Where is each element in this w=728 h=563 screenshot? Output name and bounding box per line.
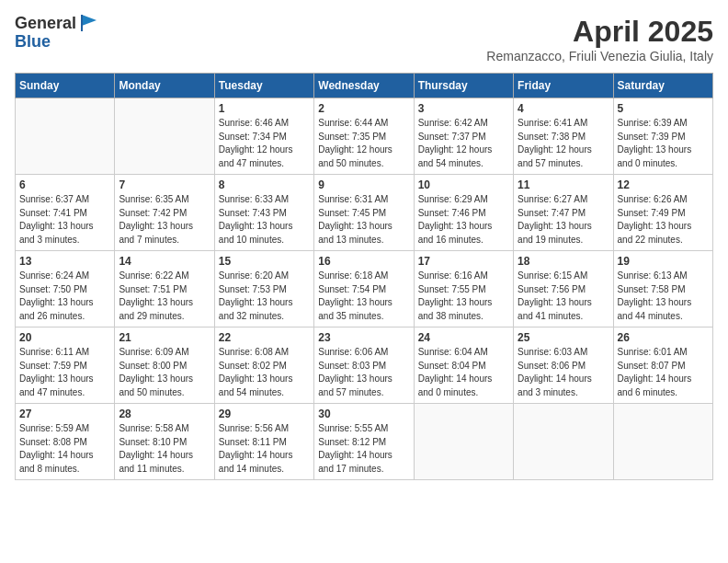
calendar-cell xyxy=(115,98,214,175)
calendar-cell: 24Sunrise: 6:04 AM Sunset: 8:04 PM Dayli… xyxy=(414,327,513,404)
week-row-3: 13Sunrise: 6:24 AM Sunset: 7:50 PM Dayli… xyxy=(16,251,713,327)
day-number: 20 xyxy=(19,331,110,344)
day-number: 3 xyxy=(418,102,509,115)
calendar-cell: 26Sunrise: 6:01 AM Sunset: 8:07 PM Dayli… xyxy=(613,327,712,404)
calendar-cell: 18Sunrise: 6:15 AM Sunset: 7:56 PM Dayli… xyxy=(514,251,613,327)
calendar-cell: 16Sunrise: 6:18 AM Sunset: 7:54 PM Dayli… xyxy=(314,251,414,327)
weekday-header-row: SundayMondayTuesdayWednesdayThursdayFrid… xyxy=(16,74,713,98)
logo-flag-icon xyxy=(78,13,98,33)
day-info: Sunrise: 6:42 AM Sunset: 7:37 PM Dayligh… xyxy=(418,117,509,170)
day-info: Sunrise: 6:44 AM Sunset: 7:35 PM Dayligh… xyxy=(318,117,409,170)
day-number: 29 xyxy=(219,408,310,420)
day-number: 24 xyxy=(418,331,509,344)
day-info: Sunrise: 6:39 AM Sunset: 7:39 PM Dayligh… xyxy=(618,117,709,170)
day-number: 10 xyxy=(418,178,509,191)
header: General Blue April 2025 Remanzacco, Friu… xyxy=(15,15,713,63)
week-row-2: 6Sunrise: 6:37 AM Sunset: 7:41 PM Daylig… xyxy=(16,175,713,251)
weekday-header-thursday: Thursday xyxy=(414,74,513,98)
calendar-cell: 27Sunrise: 5:59 AM Sunset: 8:08 PM Dayli… xyxy=(16,404,115,480)
calendar-cell xyxy=(414,404,513,480)
day-number: 9 xyxy=(318,178,409,191)
day-info: Sunrise: 6:13 AM Sunset: 7:58 PM Dayligh… xyxy=(618,270,709,323)
calendar-cell: 30Sunrise: 5:55 AM Sunset: 8:12 PM Dayli… xyxy=(314,404,414,480)
day-number: 30 xyxy=(318,408,409,420)
calendar-table: SundayMondayTuesdayWednesdayThursdayFrid… xyxy=(15,73,713,480)
week-row-1: 1Sunrise: 6:46 AM Sunset: 7:34 PM Daylig… xyxy=(16,98,713,175)
weekday-header-monday: Monday xyxy=(115,74,214,98)
day-number: 4 xyxy=(518,102,609,115)
calendar-cell xyxy=(613,404,712,480)
calendar-cell xyxy=(16,98,115,175)
day-info: Sunrise: 6:37 AM Sunset: 7:41 PM Dayligh… xyxy=(19,193,110,247)
weekday-header-friday: Friday xyxy=(514,74,613,98)
title-area: April 2025 Remanzacco, Friuli Venezia Gi… xyxy=(486,15,713,63)
month-title: April 2025 xyxy=(486,15,713,49)
day-number: 23 xyxy=(318,331,409,344)
weekday-header-tuesday: Tuesday xyxy=(214,74,313,98)
day-info: Sunrise: 6:46 AM Sunset: 7:34 PM Dayligh… xyxy=(219,117,310,170)
day-info: Sunrise: 6:26 AM Sunset: 7:49 PM Dayligh… xyxy=(618,193,709,247)
day-info: Sunrise: 6:06 AM Sunset: 8:03 PM Dayligh… xyxy=(318,346,409,399)
day-info: Sunrise: 6:15 AM Sunset: 7:56 PM Dayligh… xyxy=(518,270,609,323)
day-info: Sunrise: 5:56 AM Sunset: 8:11 PM Dayligh… xyxy=(219,422,310,476)
day-number: 11 xyxy=(518,178,609,191)
calendar-cell: 3Sunrise: 6:42 AM Sunset: 7:37 PM Daylig… xyxy=(414,98,513,175)
day-number: 15 xyxy=(219,255,310,268)
day-info: Sunrise: 6:01 AM Sunset: 8:07 PM Dayligh… xyxy=(618,346,709,399)
day-number: 14 xyxy=(119,255,210,268)
day-info: Sunrise: 6:22 AM Sunset: 7:51 PM Dayligh… xyxy=(119,270,210,323)
calendar-cell: 7Sunrise: 6:35 AM Sunset: 7:42 PM Daylig… xyxy=(115,175,214,251)
calendar-cell: 8Sunrise: 6:33 AM Sunset: 7:43 PM Daylig… xyxy=(214,175,313,251)
day-info: Sunrise: 5:58 AM Sunset: 8:10 PM Dayligh… xyxy=(119,422,210,476)
day-number: 6 xyxy=(19,178,110,191)
calendar-cell: 12Sunrise: 6:26 AM Sunset: 7:49 PM Dayli… xyxy=(613,175,712,251)
day-number: 26 xyxy=(618,331,709,344)
calendar-cell: 19Sunrise: 6:13 AM Sunset: 7:58 PM Dayli… xyxy=(613,251,712,327)
calendar-cell: 14Sunrise: 6:22 AM Sunset: 7:51 PM Dayli… xyxy=(115,251,214,327)
day-number: 12 xyxy=(618,178,709,191)
day-info: Sunrise: 6:08 AM Sunset: 8:02 PM Dayligh… xyxy=(219,346,310,399)
day-number: 27 xyxy=(19,408,110,420)
day-number: 13 xyxy=(19,255,110,268)
day-info: Sunrise: 6:18 AM Sunset: 7:54 PM Dayligh… xyxy=(318,270,409,323)
weekday-header-wednesday: Wednesday xyxy=(314,74,414,98)
calendar-cell: 1Sunrise: 6:46 AM Sunset: 7:34 PM Daylig… xyxy=(214,98,313,175)
svg-marker-0 xyxy=(82,15,97,26)
calendar-cell: 20Sunrise: 6:11 AM Sunset: 7:59 PM Dayli… xyxy=(16,327,115,404)
calendar-cell: 6Sunrise: 6:37 AM Sunset: 7:41 PM Daylig… xyxy=(16,175,115,251)
day-number: 5 xyxy=(618,102,709,115)
day-number: 18 xyxy=(518,255,609,268)
calendar-cell: 28Sunrise: 5:58 AM Sunset: 8:10 PM Dayli… xyxy=(115,404,214,480)
svg-rect-1 xyxy=(81,15,83,31)
day-number: 8 xyxy=(219,178,310,191)
day-info: Sunrise: 5:55 AM Sunset: 8:12 PM Dayligh… xyxy=(318,422,409,476)
calendar-cell: 21Sunrise: 6:09 AM Sunset: 8:00 PM Dayli… xyxy=(115,327,214,404)
day-info: Sunrise: 6:03 AM Sunset: 8:06 PM Dayligh… xyxy=(518,346,609,399)
logo-general: General xyxy=(15,15,76,33)
calendar-cell: 17Sunrise: 6:16 AM Sunset: 7:55 PM Dayli… xyxy=(414,251,513,327)
week-row-4: 20Sunrise: 6:11 AM Sunset: 7:59 PM Dayli… xyxy=(16,327,713,404)
calendar-cell: 22Sunrise: 6:08 AM Sunset: 8:02 PM Dayli… xyxy=(214,327,313,404)
calendar-cell: 5Sunrise: 6:39 AM Sunset: 7:39 PM Daylig… xyxy=(613,98,712,175)
calendar-cell: 4Sunrise: 6:41 AM Sunset: 7:38 PM Daylig… xyxy=(514,98,613,175)
week-row-5: 27Sunrise: 5:59 AM Sunset: 8:08 PM Dayli… xyxy=(16,404,713,480)
day-info: Sunrise: 6:09 AM Sunset: 8:00 PM Dayligh… xyxy=(119,346,210,399)
day-info: Sunrise: 6:29 AM Sunset: 7:46 PM Dayligh… xyxy=(418,193,509,247)
day-number: 2 xyxy=(318,102,409,115)
day-number: 19 xyxy=(618,255,709,268)
day-number: 7 xyxy=(119,178,210,191)
logo: General Blue xyxy=(15,15,98,52)
calendar-cell: 25Sunrise: 6:03 AM Sunset: 8:06 PM Dayli… xyxy=(514,327,613,404)
calendar-cell xyxy=(514,404,613,480)
day-info: Sunrise: 6:20 AM Sunset: 7:53 PM Dayligh… xyxy=(219,270,310,323)
day-number: 21 xyxy=(119,331,210,344)
weekday-header-saturday: Saturday xyxy=(613,74,712,98)
day-info: Sunrise: 5:59 AM Sunset: 8:08 PM Dayligh… xyxy=(19,422,110,476)
calendar-cell: 11Sunrise: 6:27 AM Sunset: 7:47 PM Dayli… xyxy=(514,175,613,251)
calendar-cell: 13Sunrise: 6:24 AM Sunset: 7:50 PM Dayli… xyxy=(16,251,115,327)
calendar-cell: 10Sunrise: 6:29 AM Sunset: 7:46 PM Dayli… xyxy=(414,175,513,251)
calendar-cell: 23Sunrise: 6:06 AM Sunset: 8:03 PM Dayli… xyxy=(314,327,414,404)
day-info: Sunrise: 6:41 AM Sunset: 7:38 PM Dayligh… xyxy=(518,117,609,170)
day-info: Sunrise: 6:33 AM Sunset: 7:43 PM Dayligh… xyxy=(219,193,310,247)
day-info: Sunrise: 6:11 AM Sunset: 7:59 PM Dayligh… xyxy=(19,346,110,399)
